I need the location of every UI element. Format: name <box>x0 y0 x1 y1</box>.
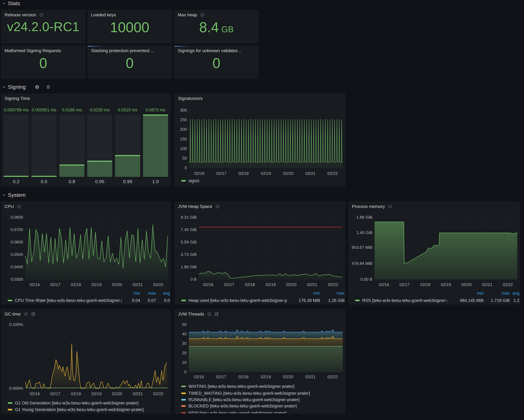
x-tick-label[interactable]: 02/19 <box>257 171 275 176</box>
chart-canvas[interactable] <box>199 217 342 279</box>
trash-icon[interactable] <box>46 85 51 89</box>
x-tick-label[interactable]: 02/18 <box>241 282 259 287</box>
x-tick-label[interactable]: 02/18 <box>67 391 85 396</box>
x-tick-label[interactable]: 02/16 <box>190 374 208 379</box>
x-tick-label[interactable]: 02/17 <box>47 391 64 396</box>
x-tick-label[interactable]: 02/19 <box>437 282 454 287</box>
x-tick-label[interactable]: 02/20 <box>279 374 297 379</box>
x-tick-label[interactable]: 02/21 <box>302 374 319 379</box>
bar-fill <box>59 164 84 177</box>
panel-loaded-keys: Loaded keys 10000 <box>88 10 172 43</box>
x-tick-label[interactable]: 02/21 <box>479 282 496 287</box>
x-tick-label[interactable]: 02/21 <box>129 391 146 396</box>
section-title: Stats <box>8 0 20 7</box>
bar-track[interactable] <box>4 114 29 177</box>
panel-title[interactable]: Release version <box>5 12 43 17</box>
x-tick-label[interactable]: 02/20 <box>108 282 126 287</box>
stat-col-header[interactable]: max <box>486 291 510 296</box>
x-tick-label[interactable]: 02/16 <box>200 282 217 287</box>
legend-item[interactable]: NEW [teku-w3s-besu-teku-goerli-web3signe… <box>181 411 345 413</box>
panel-title[interactable]: Loaded keys <box>91 12 116 17</box>
section-signing[interactable]: Signing <box>2 84 51 90</box>
x-tick-label[interactable]: 02/18 <box>417 282 434 287</box>
stat-col-header[interactable]: avg <box>158 291 170 296</box>
legend-item[interactable]: Heap used [teku-w3s-besu-teku-goerli-web… <box>181 298 345 303</box>
legend-item[interactable]: CPU Time IRate [teku-w3s-besu-teku-goerl… <box>8 298 170 303</box>
x-tick-label[interactable]: 02/17 <box>47 282 64 287</box>
stat-value-max: 1.26 GiB <box>323 298 345 303</box>
bar-category-label: 0.8 <box>59 179 84 184</box>
stat-col-header[interactable]: min <box>452 291 484 296</box>
x-tick-label[interactable]: 02/19 <box>262 282 279 287</box>
x-tick-label[interactable]: 02/22 <box>150 391 167 396</box>
x-tick-label[interactable]: 02/16 <box>26 282 43 287</box>
legend-item[interactable]: G1 Old Generation [teku-w3s-besu-teku-go… <box>8 401 170 406</box>
x-tick-label[interactable]: 02/19 <box>88 391 105 396</box>
panel-title[interactable]: Slashing protection prevented ... <box>91 48 154 53</box>
panel-loading-indicator <box>88 46 103 47</box>
x-tick-label[interactable]: 02/22 <box>324 374 341 379</box>
legend-item[interactable]: RSS [teku-w3s-besu-teku-goerli-web3signe… <box>355 298 519 303</box>
chart-canvas[interactable] <box>25 217 168 279</box>
stat-col-header[interactable]: min <box>292 291 320 296</box>
x-tick-label[interactable]: 02/17 <box>396 282 413 287</box>
x-tick-label[interactable]: 02/17 <box>220 282 238 287</box>
x-tick-label[interactable]: 02/21 <box>302 171 319 176</box>
bar-track[interactable] <box>31 114 56 177</box>
x-tick-label[interactable]: 02/20 <box>458 282 475 287</box>
stat-col-header[interactable]: max <box>323 291 345 296</box>
green-series-swatch <box>355 300 360 301</box>
legend-stats-header: minmax <box>181 291 345 296</box>
x-tick-label[interactable]: 02/22 <box>324 171 341 176</box>
chart-canvas[interactable] <box>375 217 517 279</box>
x-tick-label[interactable]: 02/18 <box>67 282 85 287</box>
x-tick-label[interactable]: 02/16 <box>26 391 43 396</box>
gear-icon[interactable] <box>35 85 39 89</box>
stat-col-header[interactable]: avg <box>512 291 519 296</box>
x-tick-label[interactable]: 02/22 <box>150 282 167 287</box>
green-series-swatch <box>181 180 186 181</box>
x-tick-label[interactable]: 02/18 <box>235 374 252 379</box>
x-tick-label[interactable]: 02/21 <box>129 282 146 287</box>
x-tick-label[interactable]: 02/20 <box>279 171 297 176</box>
green-series-swatch <box>181 300 186 301</box>
chart-canvas[interactable] <box>25 325 168 388</box>
stat-value: 0 <box>175 56 258 77</box>
legend-item[interactable]: WAITING [teku-w3s-besu-teku-goerli-web3s… <box>181 384 345 389</box>
x-tick-label[interactable]: 02/19 <box>257 374 274 379</box>
y-tick-label: 0.0500 <box>1 252 23 257</box>
panel-title[interactable]: Malformed Signing Requests <box>5 48 61 53</box>
chart-canvas[interactable] <box>189 110 343 168</box>
legend-item[interactable]: BLOCKED [teku-w3s-besu-teku-goerli-web3s… <box>181 403 345 409</box>
y-tick-label: 50 <box>175 322 187 327</box>
x-tick-label[interactable]: 02/17 <box>212 374 230 379</box>
panel-title[interactable]: Signings for unknown validator... <box>178 48 241 53</box>
x-tick-label[interactable]: 02/22 <box>499 282 516 287</box>
stat-col-header[interactable]: min <box>127 291 140 296</box>
panel-title[interactable]: Max heap <box>178 12 204 17</box>
x-tick-label[interactable]: 02/17 <box>213 171 230 176</box>
info-icon[interactable] <box>39 13 43 17</box>
x-tick-label[interactable]: 02/21 <box>304 282 321 287</box>
info-icon[interactable] <box>200 13 204 17</box>
legend-item[interactable]: sigs/s <box>181 178 345 183</box>
x-tick-label[interactable]: 02/18 <box>235 171 252 176</box>
legend-item[interactable]: TIMED_WAITING [teku-w3s-besu-teku-goerli… <box>181 391 345 396</box>
y-tick-label: 0.0400 <box>1 265 23 269</box>
legend-item[interactable]: RUNNABLE [teku-w3s-besu-teku-goerli-web3… <box>181 397 345 402</box>
x-tick-label[interactable]: 02/20 <box>283 282 300 287</box>
x-tick-label[interactable]: 02/22 <box>324 282 342 287</box>
section-stats[interactable]: Stats <box>2 0 20 7</box>
x-tick-label[interactable]: 02/19 <box>88 282 105 287</box>
chart-canvas[interactable] <box>189 325 343 372</box>
y-tick-label: 0.0300 <box>1 277 23 282</box>
bar-value-label: 0.0310 ms <box>115 108 140 112</box>
chevron-down-icon <box>2 85 6 89</box>
stat-col-header[interactable]: max <box>143 291 156 296</box>
x-tick-label[interactable]: 02/16 <box>191 171 208 176</box>
y-tick-label: 3.73 GiB <box>175 252 197 257</box>
x-tick-label[interactable]: 02/20 <box>108 391 126 396</box>
x-tick-label[interactable]: 02/16 <box>375 282 393 287</box>
section-system[interactable]: System <box>2 192 26 198</box>
legend-item[interactable]: G1 Young Generation [teku-w3s-besu-teku-… <box>8 407 170 412</box>
